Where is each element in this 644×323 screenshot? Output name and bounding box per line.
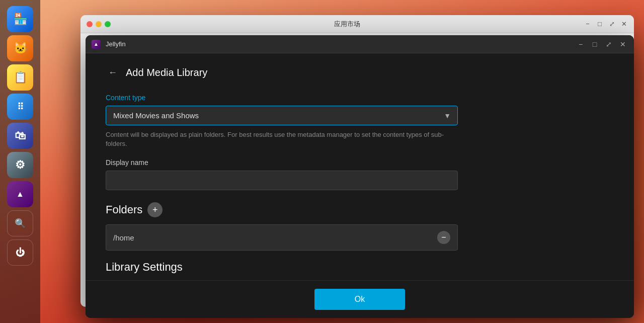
traffic-lights <box>87 21 111 27</box>
appstore-fullscreen-ctrl[interactable]: ⤢ <box>608 20 616 28</box>
search-icon: 🔍 <box>15 218 26 229</box>
content-type-label: Content type <box>106 94 458 102</box>
jellyfin-titlebar: ▲ Jellyfin − □ ⤢ ✕ <box>86 35 634 53</box>
appstore-maximize-button[interactable] <box>105 21 111 27</box>
add-library-form: Content type Movies TV Shows Music Books… <box>106 94 458 274</box>
add-folder-button[interactable]: + <box>147 202 163 217</box>
dock: 🏪 🐱 📋 ⠿ 🛍 ⚙ ▲ 🔍 ⏻ <box>0 0 40 323</box>
jellyfin-app-logo: ▲ <box>94 41 99 47</box>
jellyfin-window-controls: − □ ⤢ ✕ <box>576 39 628 49</box>
back-button[interactable]: ← <box>106 65 120 79</box>
appstore-close-button[interactable] <box>87 21 93 27</box>
jellyfin-page-content: ← Add Media Library Content type Movies … <box>86 53 634 280</box>
display-name-label: Display name <box>106 158 458 167</box>
jellyfin-minimize-button[interactable]: − <box>576 39 586 49</box>
jellyfin-footer: Ok <box>86 280 634 318</box>
jellyfin-app-icon: ▲ <box>92 40 101 49</box>
settings-icon: ⚙ <box>15 158 25 172</box>
grid-icon: ⠿ <box>17 101 24 112</box>
appstore-minimize-ctrl[interactable]: − <box>584 20 592 28</box>
folders-title: Folders <box>106 203 142 216</box>
appstore-minimize-button[interactable] <box>96 21 102 27</box>
content-type-select[interactable]: Movies TV Shows Music Books Photos Mixed… <box>106 106 458 125</box>
notes-icon: 📋 <box>14 71 27 84</box>
content-type-helper-text: Content will be displayed as plain folde… <box>106 130 458 148</box>
dock-item-power[interactable]: ⏻ <box>7 239 33 266</box>
jellyfin-restore-button[interactable]: □ <box>590 39 600 49</box>
power-icon: ⏻ <box>16 248 25 258</box>
appstore-titlebar: 应用市场 − □ ⤢ ✕ <box>80 15 634 33</box>
content-type-select-wrapper: Movies TV Shows Music Books Photos Mixed… <box>106 106 458 125</box>
dock-item-jellyfin[interactable]: ▲ <box>7 181 33 207</box>
display-name-input[interactable] <box>106 171 458 190</box>
dock-item-grid[interactable]: ⠿ <box>7 94 33 120</box>
page-title: Add Media Library <box>126 67 207 78</box>
dock-item-store2[interactable]: 🛍 <box>7 123 33 149</box>
dock-item-avatar[interactable]: 🐱 <box>7 35 33 61</box>
jellyfin-dock-icon: ▲ <box>16 190 24 199</box>
jellyfin-close-button[interactable]: ✕ <box>618 39 628 49</box>
remove-folder-button[interactable]: − <box>437 231 450 244</box>
store2-icon: 🛍 <box>15 129 26 142</box>
dock-item-notes[interactable]: 📋 <box>7 64 33 91</box>
appstore-title: 应用市场 <box>115 20 580 29</box>
folder-path: /home <box>113 233 134 242</box>
folders-header: Folders + <box>106 202 458 217</box>
library-settings-title: Library Settings <box>106 261 458 274</box>
appstore-close-ctrl[interactable]: ✕ <box>620 20 628 28</box>
folders-section: Folders + /home − <box>106 202 458 251</box>
jellyfin-window-title: Jellyfin <box>106 40 571 48</box>
jellyfin-window: ▲ Jellyfin − □ ⤢ ✕ ← Add Media Library C… <box>86 35 634 318</box>
appstore-icon: 🏪 <box>14 13 27 26</box>
appstore-restore-ctrl[interactable]: □ <box>596 20 604 28</box>
ok-button[interactable]: Ok <box>314 289 405 310</box>
avatar-icon: 🐱 <box>14 42 27 55</box>
appstore-window-controls: − □ ⤢ ✕ <box>584 20 628 28</box>
dock-item-settings[interactable]: ⚙ <box>7 152 33 178</box>
window-stack: 应用市场 − □ ⤢ ✕ ▲ Jellyfin − □ ⤢ ✕ <box>80 15 634 318</box>
dock-item-appstore[interactable]: 🏪 <box>7 6 33 32</box>
folder-item: /home − <box>106 224 458 251</box>
jellyfin-fullscreen-button[interactable]: ⤢ <box>604 39 614 49</box>
dock-item-search[interactable]: 🔍 <box>7 210 33 236</box>
page-header: ← Add Media Library <box>106 65 614 79</box>
